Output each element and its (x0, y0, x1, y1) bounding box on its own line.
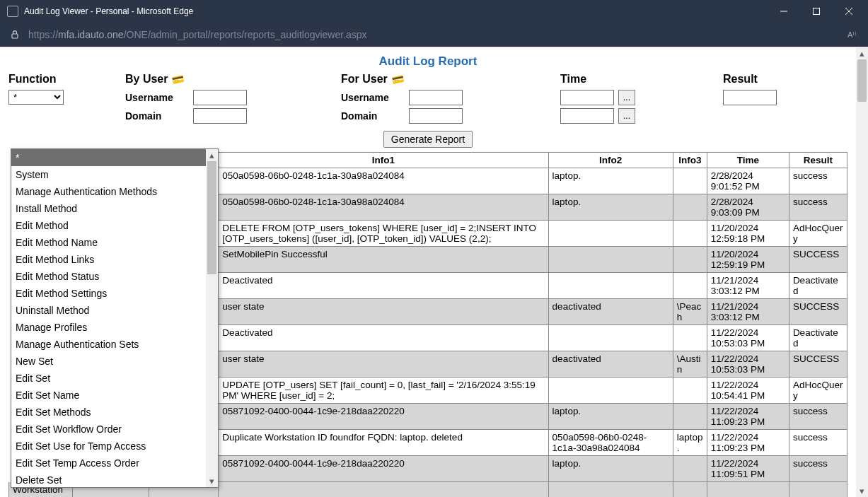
close-button[interactable] (833, 0, 865, 23)
scroll-down-arrow-icon[interactable]: ▾ (206, 475, 218, 487)
svg-text:A⁾⁾: A⁾⁾ (847, 30, 857, 39)
by-user-label: By User 💳 (125, 73, 341, 86)
dropdown-option[interactable]: Edit Set Use for Temp Access (11, 438, 206, 455)
generate-report-button[interactable]: Generate Report (383, 131, 473, 148)
time-label: Time (560, 73, 723, 86)
dropdown-option[interactable]: Edit Set Methods (11, 404, 206, 421)
dropdown-option[interactable]: * (11, 149, 206, 166)
dropdown-option[interactable]: Edit Method Settings (11, 285, 206, 302)
col-result[interactable]: Result (789, 153, 847, 168)
dropdown-option[interactable]: Edit Set (11, 370, 206, 387)
dropdown-option[interactable]: Edit Method (11, 217, 206, 234)
for-user-domain-label: Domain (341, 110, 405, 122)
page-content: Audit Log Report Function * By User 💳 Us… (0, 47, 868, 497)
window-title: Audit Log Viewer - Personal - Microsoft … (24, 6, 193, 16)
result-label: Result (723, 73, 857, 86)
by-user-domain-input[interactable] (193, 108, 247, 124)
dropdown-option[interactable]: System (11, 166, 206, 183)
dropdown-scrollbar[interactable]: ▴ ▾ (206, 149, 218, 487)
dropdown-option[interactable]: Edit Method Name (11, 234, 206, 251)
dropdown-option[interactable]: Delete Set (11, 472, 206, 488)
dropdown-option[interactable]: Manage Authentication Methods (11, 183, 206, 200)
dropdown-option[interactable]: Install Method (11, 200, 206, 217)
page-scrollbar[interactable]: ▴ ▾ (856, 47, 868, 497)
window-titlebar: Audit Log Viewer - Personal - Microsoft … (0, 0, 868, 23)
page-title: Audit Log Report (8, 54, 847, 69)
col-time[interactable]: Time (707, 153, 789, 168)
scrollbar-thumb[interactable] (207, 161, 216, 274)
function-select[interactable]: * (8, 90, 64, 105)
scroll-up-arrow-icon[interactable]: ▴ (856, 47, 868, 59)
for-user-label: For User 💳 (341, 73, 560, 86)
time-to-input[interactable] (560, 108, 614, 124)
dropdown-option[interactable]: Manage Authentication Sets (11, 336, 206, 353)
dropdown-option[interactable]: Edit Method Links (11, 251, 206, 268)
dropdown-option[interactable]: Edit Set Workflow Order (11, 421, 206, 438)
dropdown-option[interactable]: New Set (11, 353, 206, 370)
for-user-domain-input[interactable] (409, 108, 463, 124)
time-from-input[interactable] (560, 90, 614, 105)
lock-icon[interactable] (7, 27, 23, 42)
scroll-down-arrow-icon[interactable]: ▾ (856, 485, 868, 497)
for-user-username-input[interactable] (409, 90, 463, 105)
svg-rect-1 (814, 8, 820, 15)
result-input[interactable] (723, 90, 777, 105)
address-bar: https://mfa.idauto.one/ONE/admin_portal/… (0, 23, 868, 47)
function-label: Function (8, 73, 125, 86)
by-user-domain-label: Domain (125, 110, 189, 122)
scrollbar-thumb[interactable] (857, 59, 867, 102)
col-info3[interactable]: Info3 (673, 153, 707, 168)
dropdown-option[interactable]: Manage Profiles (11, 319, 206, 336)
function-dropdown-popup[interactable]: *SystemManage Authentication MethodsInst… (11, 148, 219, 488)
filter-bar: Function * By User 💳 Username (8, 73, 847, 127)
app-icon (7, 6, 18, 17)
time-to-picker-button[interactable]: ... (618, 108, 635, 124)
by-user-username-label: Username (125, 92, 189, 103)
by-user-username-input[interactable] (193, 90, 247, 105)
maximize-button[interactable] (800, 0, 833, 23)
dropdown-option[interactable]: Edit Set Name (11, 387, 206, 404)
time-from-picker-button[interactable]: ... (618, 90, 635, 105)
card-icon[interactable]: 💳 (171, 72, 185, 86)
svg-rect-4 (12, 34, 18, 38)
col-info1[interactable]: Info1 (219, 153, 548, 168)
for-user-username-label: Username (341, 92, 405, 103)
minimize-button[interactable] (768, 0, 800, 23)
dropdown-option[interactable]: Edit Set Temp Access Order (11, 455, 206, 472)
card-icon[interactable]: 💳 (390, 72, 405, 86)
url-text[interactable]: https://mfa.idauto.one/ONE/admin_portal/… (28, 29, 367, 40)
scroll-up-arrow-icon[interactable]: ▴ (206, 149, 218, 161)
col-info2[interactable]: Info2 (548, 153, 673, 168)
read-aloud-icon[interactable]: A⁾⁾ (845, 27, 861, 42)
dropdown-option[interactable]: Edit Method Status (11, 268, 206, 285)
dropdown-option[interactable]: Uninstall Method (11, 302, 206, 319)
